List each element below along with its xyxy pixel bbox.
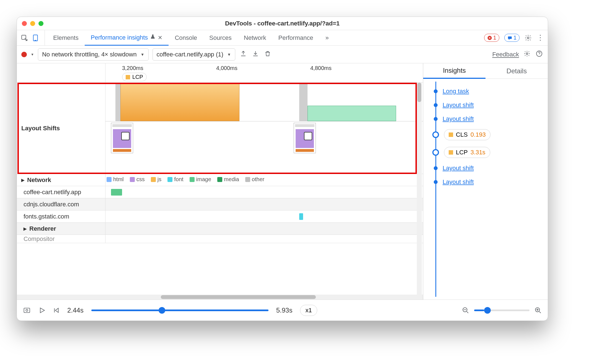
track-label: Network xyxy=(17,174,105,186)
side-tab-insights[interactable]: Insights xyxy=(423,63,485,79)
recording-select[interactable]: coffee-cart.netlify.app (1) ▼ xyxy=(153,48,235,61)
time-ruler: 3,200ms 4,000ms 4,800ms LCP xyxy=(17,63,423,83)
flask-icon xyxy=(150,34,156,41)
tab-console[interactable]: Console xyxy=(169,30,203,45)
playback-start-time: 2.44s xyxy=(67,306,84,314)
import-icon[interactable] xyxy=(251,50,260,59)
network-host-row[interactable]: fonts.gstatic.com xyxy=(17,210,423,223)
lcp-color-swatch xyxy=(126,75,130,79)
network-request-block[interactable] xyxy=(111,189,122,196)
more-menu-icon[interactable]: ⋮ xyxy=(537,33,544,42)
network-legend: html css js font image media other xyxy=(105,174,423,183)
playback-speed-pill[interactable]: x1 xyxy=(300,305,317,316)
tab-elements[interactable]: Elements xyxy=(47,30,85,45)
insight-item[interactable]: Layout shift xyxy=(432,165,543,172)
panel-tabs-bar: Elements Performance insights ✕ Console … xyxy=(17,30,548,46)
title-bar: DevTools - coffee-cart.netlify.app/?ad=1 xyxy=(17,17,548,30)
network-host-row[interactable]: cdnjs.cloudflare.com xyxy=(17,198,423,210)
screenshot-toggle-icon[interactable] xyxy=(23,306,31,314)
svg-rect-4 xyxy=(508,36,512,39)
close-tab-icon[interactable]: ✕ xyxy=(158,34,162,41)
record-dropdown-icon[interactable]: ▼ xyxy=(31,53,34,56)
insight-item[interactable]: Long task xyxy=(432,88,543,95)
svg-rect-1 xyxy=(33,35,37,41)
message-count-badge[interactable]: 1 xyxy=(504,34,520,42)
vertical-scrollbar[interactable] xyxy=(417,83,422,295)
layout-shift-block[interactable] xyxy=(120,83,239,121)
throttling-select[interactable]: No network throttling, 4× slowdown ▼ xyxy=(38,48,149,61)
seek-start-icon[interactable] xyxy=(52,307,60,314)
tracks-container: Layout Shifts xyxy=(17,83,423,295)
export-icon[interactable] xyxy=(239,50,247,59)
play-icon[interactable] xyxy=(38,307,46,314)
chevron-down-icon: ▼ xyxy=(141,52,144,57)
lcp-marker-pill[interactable]: LCP xyxy=(122,73,147,81)
more-tabs-button[interactable]: » xyxy=(319,30,335,45)
network-request-block[interactable] xyxy=(299,213,303,220)
svg-point-9 xyxy=(26,309,28,311)
feedback-link[interactable]: Feedback xyxy=(492,51,519,58)
zoom-slider[interactable] xyxy=(474,310,530,311)
insights-side-panel: Insights Details Long task Layout shift … xyxy=(423,63,548,300)
svg-rect-8 xyxy=(24,308,30,312)
horizontal-scrollbar[interactable] xyxy=(17,295,423,300)
timeline-pane: 3,200ms 4,000ms 4,800ms LCP Layout Shift… xyxy=(17,63,423,300)
time-tick: 4,800ms xyxy=(310,65,332,71)
tab-network[interactable]: Network xyxy=(238,30,272,45)
tab-sources[interactable]: Sources xyxy=(203,30,238,45)
renderer-track-header[interactable]: Renderer xyxy=(17,223,423,235)
insight-item[interactable]: Layout shift xyxy=(432,102,543,109)
devtools-window: DevTools - coffee-cart.netlify.app/?ad=1… xyxy=(17,17,548,321)
chevron-down-icon: ▼ xyxy=(227,52,231,57)
main-content: 3,200ms 4,000ms 4,800ms LCP Layout Shift… xyxy=(17,63,548,300)
zoom-in-icon[interactable] xyxy=(534,307,542,314)
delete-icon[interactable] xyxy=(264,50,272,59)
layout-shift-block[interactable] xyxy=(308,106,396,121)
network-host-row[interactable]: coffee-cart.netlify.app xyxy=(17,186,423,198)
svg-point-6 xyxy=(526,53,528,54)
insight-cls[interactable]: CLS 0.193 xyxy=(432,129,543,140)
timeline-rail xyxy=(435,82,436,297)
insight-item[interactable]: Layout shift xyxy=(432,115,543,123)
screenshot-thumbnail[interactable] xyxy=(111,123,133,153)
insight-item[interactable]: Layout shift xyxy=(432,178,543,186)
record-button[interactable] xyxy=(21,52,27,57)
settings-icon[interactable] xyxy=(525,34,532,41)
svg-line-12 xyxy=(467,311,468,313)
layout-shifts-track: Layout Shifts xyxy=(17,83,423,174)
compositor-track-header[interactable]: Compositor xyxy=(17,235,423,243)
time-tick: 4,000ms xyxy=(216,65,237,71)
lcp-color-swatch xyxy=(449,150,453,155)
time-tick: 3,200ms xyxy=(122,65,143,71)
cls-color-swatch xyxy=(449,132,453,137)
insights-timeline: Long task Layout shift Layout shift CLS … xyxy=(423,79,548,300)
insights-toolbar: ▼ No network throttling, 4× slowdown ▼ c… xyxy=(17,46,548,63)
device-toggle-icon[interactable] xyxy=(32,34,39,41)
window-title: DevTools - coffee-cart.netlify.app/?ad=1 xyxy=(17,20,548,27)
seek-slider[interactable] xyxy=(91,310,268,311)
screenshot-thumbnail[interactable] xyxy=(294,123,316,153)
zoom-out-icon[interactable] xyxy=(462,307,469,314)
help-icon[interactable] xyxy=(535,50,543,59)
panel-settings-icon[interactable] xyxy=(523,50,531,59)
track-label: Layout Shifts xyxy=(17,83,105,174)
side-tab-details[interactable]: Details xyxy=(485,63,548,79)
network-track-header[interactable]: Network html css js font image media oth… xyxy=(17,174,423,186)
inspect-icon[interactable] xyxy=(21,34,28,41)
tab-performance[interactable]: Performance xyxy=(272,30,319,45)
playback-end-time: 5.93s xyxy=(276,306,293,314)
insight-lcp[interactable]: LCP 3.31s xyxy=(432,147,543,158)
tab-performance-insights[interactable]: Performance insights ✕ xyxy=(85,30,169,46)
playback-bar: 2.44s 5.93s x1 xyxy=(17,300,548,321)
error-count-badge[interactable]: 1 xyxy=(484,34,499,42)
svg-point-5 xyxy=(527,37,529,39)
svg-line-16 xyxy=(539,311,541,313)
